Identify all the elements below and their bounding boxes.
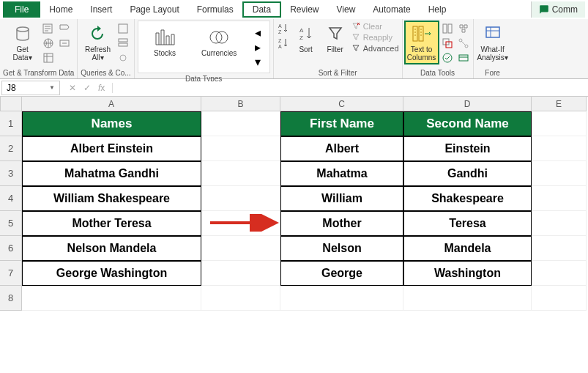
data-validation-icon[interactable] bbox=[441, 51, 454, 64]
clear-filter-button[interactable]: Clear bbox=[351, 22, 399, 31]
col-header-c[interactable]: C bbox=[280, 97, 403, 111]
cell-c8[interactable] bbox=[280, 286, 403, 311]
types-nav-more[interactable]: ▾ bbox=[251, 55, 264, 68]
cell-a6[interactable]: Nelson Mandela bbox=[22, 236, 201, 261]
cell-d8[interactable] bbox=[403, 286, 532, 311]
cell-d5[interactable]: Teresa bbox=[403, 211, 532, 236]
cell-d2[interactable]: Einstein bbox=[403, 136, 532, 161]
properties-icon[interactable] bbox=[116, 37, 130, 50]
sort-asc-button[interactable]: AZ bbox=[277, 22, 290, 35]
tab-review[interactable]: Review bbox=[281, 1, 327, 18]
data-model-icon[interactable] bbox=[457, 51, 470, 64]
cell-c6[interactable]: Nelson bbox=[280, 236, 403, 261]
text-to-columns-button[interactable]: Text to Columns bbox=[406, 22, 438, 63]
filter-button[interactable]: Filter bbox=[322, 22, 349, 55]
cell-e6[interactable] bbox=[532, 236, 587, 261]
tab-home[interactable]: Home bbox=[40, 1, 81, 18]
row-header-3[interactable]: 3 bbox=[0, 161, 22, 186]
col-header-d[interactable]: D bbox=[403, 97, 532, 111]
cell-c5[interactable]: Mother bbox=[280, 211, 403, 236]
row-header-5[interactable]: 5 bbox=[0, 211, 22, 236]
stocks-button[interactable]: Stocks bbox=[143, 26, 187, 59]
cell-e3[interactable] bbox=[532, 161, 587, 186]
types-nav-left[interactable]: ◂ bbox=[251, 26, 264, 39]
row-header-7[interactable]: 7 bbox=[0, 261, 22, 286]
cell-c4[interactable]: William bbox=[280, 186, 403, 211]
existing-conn-icon[interactable] bbox=[58, 37, 71, 50]
from-text-icon[interactable] bbox=[42, 22, 55, 35]
sort-desc-button[interactable]: ZA bbox=[277, 37, 290, 50]
tab-formulas[interactable]: Formulas bbox=[188, 1, 242, 18]
whatif-button[interactable]: What-If Analysis▾ bbox=[477, 22, 509, 63]
name-box[interactable]: J8 ▼ bbox=[1, 81, 60, 95]
tab-insert[interactable]: Insert bbox=[81, 1, 121, 18]
cell-a5[interactable]: Mother Teresa bbox=[22, 211, 201, 236]
cell-e1[interactable] bbox=[532, 111, 587, 136]
get-data-button[interactable]: Get Data▾ bbox=[7, 22, 39, 63]
cell-d3[interactable]: Gandhi bbox=[403, 161, 532, 186]
cell-e2[interactable] bbox=[532, 136, 587, 161]
cell-c1[interactable]: First Name bbox=[280, 111, 403, 136]
cell-a8[interactable] bbox=[22, 286, 201, 311]
comments-button[interactable]: Comm bbox=[531, 1, 585, 18]
cell-a4[interactable]: William Shakespeare bbox=[22, 186, 201, 211]
cell-d6[interactable]: Mandela bbox=[403, 236, 532, 261]
tab-automate[interactable]: Automate bbox=[364, 1, 419, 18]
tab-view[interactable]: View bbox=[328, 1, 365, 18]
consolidate-icon[interactable] bbox=[457, 22, 470, 35]
queries-icon[interactable] bbox=[116, 22, 130, 35]
cell-a2[interactable]: Albert Einstein bbox=[22, 136, 201, 161]
edit-links-icon[interactable] bbox=[116, 51, 130, 64]
row-header-4[interactable]: 4 bbox=[0, 186, 22, 211]
cell-b7[interactable] bbox=[201, 261, 280, 286]
cell-e8[interactable] bbox=[532, 286, 587, 311]
refresh-all-button[interactable]: Refresh All▾ bbox=[81, 22, 113, 63]
cell-c3[interactable]: Mahatma bbox=[280, 161, 403, 186]
enter-formula-icon[interactable]: ✓ bbox=[83, 83, 91, 93]
cell-a7[interactable]: George Washington bbox=[22, 261, 201, 286]
advanced-filter-button[interactable]: Advanced bbox=[351, 44, 399, 53]
from-web-icon[interactable] bbox=[42, 37, 55, 50]
cell-a3[interactable]: Mahatma Gandhi bbox=[22, 161, 201, 186]
cancel-formula-icon[interactable]: ✕ bbox=[69, 83, 76, 93]
tab-page-layout[interactable]: Page Layout bbox=[121, 1, 187, 18]
cell-b3[interactable] bbox=[201, 161, 280, 186]
col-header-e[interactable]: E bbox=[532, 97, 587, 111]
cell-a1[interactable]: Names bbox=[22, 111, 201, 136]
cell-b5[interactable] bbox=[201, 211, 280, 236]
tab-file[interactable]: File bbox=[3, 1, 40, 18]
row-header-1[interactable]: 1 bbox=[0, 111, 22, 136]
cell-c7[interactable]: George bbox=[280, 261, 403, 286]
cell-b6[interactable] bbox=[201, 236, 280, 261]
select-all-corner[interactable] bbox=[0, 97, 22, 111]
currencies-button[interactable]: Currencies bbox=[197, 26, 241, 59]
row-header-2[interactable]: 2 bbox=[0, 136, 22, 161]
tab-help[interactable]: Help bbox=[420, 1, 455, 18]
spreadsheet-grid[interactable]: A B C D E 1 Names First Name Second Name… bbox=[0, 97, 588, 311]
from-table-icon[interactable] bbox=[42, 51, 55, 64]
fx-icon[interactable]: fx bbox=[98, 83, 105, 93]
sort-button[interactable]: AZ Sort bbox=[293, 22, 319, 55]
cell-e7[interactable] bbox=[532, 261, 587, 286]
row-header-8[interactable]: 8 bbox=[0, 286, 22, 311]
formula-input[interactable] bbox=[113, 81, 588, 95]
cell-d7[interactable]: Washington bbox=[403, 261, 532, 286]
recent-sources-icon[interactable] bbox=[58, 22, 71, 35]
cell-b1[interactable] bbox=[201, 111, 280, 136]
row-header-6[interactable]: 6 bbox=[0, 236, 22, 261]
cell-d1[interactable]: Second Name bbox=[403, 111, 532, 136]
cell-d4[interactable]: Shakespeare bbox=[403, 186, 532, 211]
cell-b2[interactable] bbox=[201, 136, 280, 161]
cell-e5[interactable] bbox=[532, 211, 587, 236]
relationships-icon[interactable] bbox=[457, 37, 470, 50]
types-nav-right[interactable]: ▸ bbox=[251, 40, 264, 53]
col-header-a[interactable]: A bbox=[22, 97, 201, 111]
flash-fill-icon[interactable] bbox=[441, 22, 454, 35]
reapply-button[interactable]: Reapply bbox=[351, 33, 399, 42]
col-header-b[interactable]: B bbox=[201, 97, 280, 111]
tab-data[interactable]: Data bbox=[242, 1, 281, 18]
cell-e4[interactable] bbox=[532, 186, 587, 211]
cell-b8[interactable] bbox=[201, 286, 280, 311]
remove-duplicates-icon[interactable] bbox=[441, 37, 454, 50]
cell-b4[interactable] bbox=[201, 186, 280, 211]
